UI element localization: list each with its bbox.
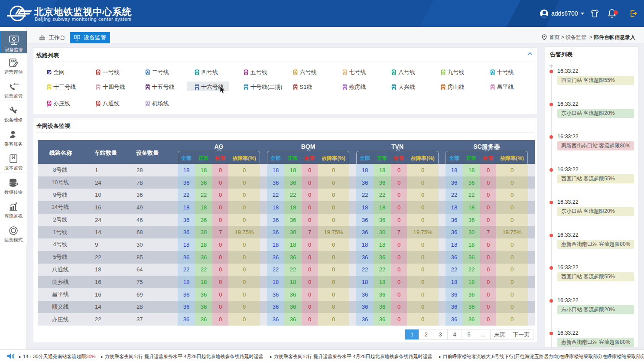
svg-text:ACC: ACC	[13, 82, 19, 85]
svg-text:AFC: AFC	[10, 60, 16, 63]
